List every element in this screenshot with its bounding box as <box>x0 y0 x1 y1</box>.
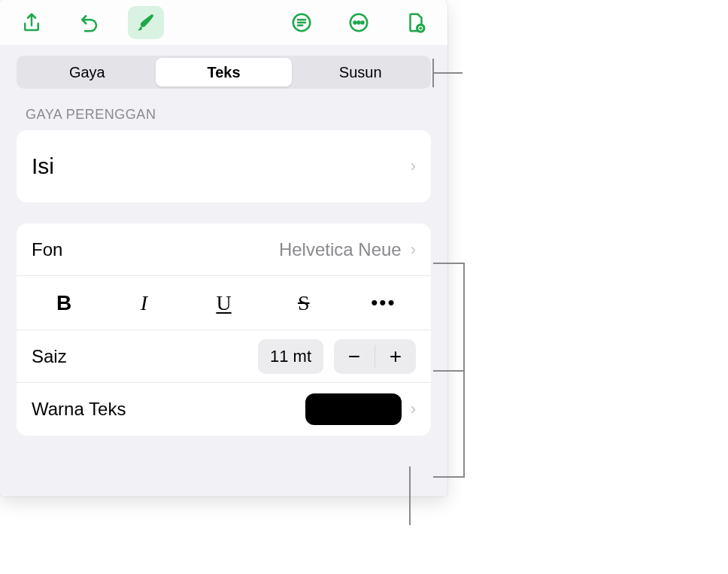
paragraph-icon <box>290 11 313 34</box>
font-card: Fon Helvetica Neue › B I U S ••• Saiz 11… <box>17 223 431 436</box>
undo-button[interactable] <box>71 6 107 39</box>
document-icon <box>405 11 427 34</box>
document-button[interactable] <box>398 6 434 39</box>
share-icon <box>20 11 43 34</box>
font-value: Helvetica Neue <box>279 239 402 260</box>
tab-gaya[interactable]: Gaya <box>19 58 156 87</box>
svg-point-7 <box>419 27 422 30</box>
svg-point-4 <box>362 22 364 24</box>
paragraph-styles-button[interactable] <box>284 6 320 39</box>
italic-button[interactable]: I <box>104 276 184 330</box>
color-swatch[interactable] <box>305 393 402 425</box>
tab-bar: Gaya Teks Susun <box>17 56 431 89</box>
paragraph-style-value: Isi <box>32 153 54 179</box>
tab-susun[interactable]: Susun <box>292 58 429 87</box>
share-button[interactable] <box>14 6 50 39</box>
size-value[interactable]: 11 mt <box>258 339 323 374</box>
chevron-right-icon: › <box>411 399 416 419</box>
paragraph-style-card: Isi › <box>17 130 431 202</box>
callout-line <box>433 370 465 372</box>
svg-point-3 <box>358 22 360 24</box>
more-button[interactable] <box>341 6 377 39</box>
text-color-value-group: › <box>305 393 416 425</box>
callout-line <box>432 72 463 74</box>
callout-line <box>409 466 411 525</box>
chevron-right-icon: › <box>411 240 416 260</box>
svg-point-2 <box>354 22 356 24</box>
format-brush-button[interactable] <box>128 6 164 39</box>
brush-icon <box>135 11 157 34</box>
underline-button[interactable]: U <box>184 276 263 330</box>
font-label: Fon <box>32 239 62 260</box>
callout-line <box>433 263 465 264</box>
text-color-label: Warna Teks <box>32 399 126 420</box>
font-row[interactable]: Fon Helvetica Neue › <box>17 223 431 276</box>
paragraph-style-header: GAYA PERENGGAN <box>26 107 422 123</box>
text-color-row[interactable]: Warna Teks › <box>17 383 431 436</box>
tab-teks[interactable]: Teks <box>156 58 293 87</box>
text-style-row: B I U S ••• <box>17 276 431 330</box>
size-controls: 11 mt − + <box>258 339 416 374</box>
size-row: Saiz 11 mt − + <box>17 330 431 383</box>
format-panel: Gaya Teks Susun GAYA PERENGGAN Isi › Fon… <box>0 0 447 497</box>
more-styles-button[interactable]: ••• <box>344 276 423 330</box>
size-increase-button[interactable]: + <box>375 339 416 374</box>
strikethrough-button[interactable]: S <box>264 276 344 330</box>
size-stepper: − + <box>334 339 416 374</box>
bold-button[interactable]: B <box>24 276 104 330</box>
content-area: Gaya Teks Susun GAYA PERENGGAN Isi › Fon… <box>0 45 447 497</box>
font-value-group: Helvetica Neue › <box>279 239 416 260</box>
size-decrease-button[interactable]: − <box>334 339 375 374</box>
size-label: Saiz <box>32 346 67 367</box>
more-icon <box>347 11 370 34</box>
undo-icon <box>77 11 100 34</box>
paragraph-style-row[interactable]: Isi › <box>17 130 431 202</box>
callout-line <box>433 476 465 478</box>
chevron-right-icon: › <box>411 156 416 176</box>
toolbar <box>0 0 447 45</box>
